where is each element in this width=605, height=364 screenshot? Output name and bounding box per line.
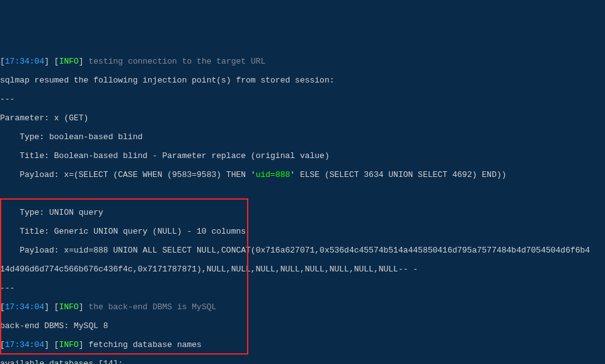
- terminal-output: [17:34:04] [INFO] testing connection to …: [0, 47, 605, 364]
- log-line: sqlmap resumed the following injection p…: [0, 76, 605, 85]
- log-level: INFO: [59, 57, 79, 66]
- timestamp: 17:34:04: [5, 340, 44, 350]
- payload-highlight: uid=888: [256, 170, 291, 179]
- separator: ---: [0, 94, 605, 104]
- timestamp: 17:34:04: [5, 57, 44, 66]
- log-message: fetching database names: [84, 340, 202, 350]
- backend-line: back-end DBMS: MySQL 8: [0, 321, 605, 331]
- injection-title: Title: Boolean-based blind - Parameter r…: [0, 151, 605, 161]
- log-level: INFO: [59, 302, 79, 312]
- injection-payload: 14d496d6d774c566b676c436f4c,0x7171787871…: [0, 264, 605, 274]
- log-level: INFO: [59, 340, 79, 350]
- log-message: the back-end DBMS is MySQL: [84, 302, 217, 312]
- injection-title: Title: Generic UNION query (NULL) - 10 c…: [0, 227, 605, 236]
- log-message: testing connection to the target URL: [84, 57, 266, 66]
- highlight-box: [0, 198, 248, 355]
- log-line: [17:34:04] [INFO] testing connection to …: [0, 57, 605, 66]
- separator: ---: [0, 283, 605, 293]
- log-line: [17:34:04] [INFO] fetching database name…: [0, 340, 605, 350]
- injection-type: Type: boolean-based blind: [0, 132, 605, 142]
- injection-payload: Payload: x=uid=888 UNION ALL SELECT NULL…: [0, 246, 605, 255]
- timestamp: 17:34:04: [5, 302, 44, 312]
- log-line: [17:34:04] [INFO] the back-end DBMS is M…: [0, 302, 605, 312]
- injection-payload: Payload: x=(SELECT (CASE WHEN (9583=9583…: [0, 170, 605, 179]
- db-count-line: available databases [14]:: [0, 359, 605, 364]
- param-line: Parameter: x (GET): [0, 113, 605, 123]
- blank-line: [0, 189, 605, 198]
- injection-type: Type: UNION query: [0, 208, 605, 217]
